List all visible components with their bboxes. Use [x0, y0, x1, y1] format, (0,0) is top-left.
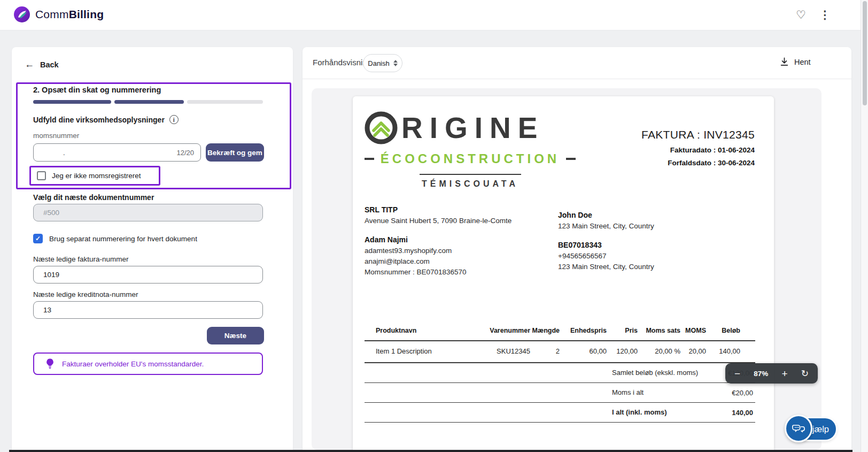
logo-dash — [566, 158, 576, 160]
cell-vat: 20,00 — [680, 341, 714, 363]
zoom-level: 87% — [754, 370, 768, 378]
page-scrollbar[interactable] — [861, 0, 868, 452]
not-vat-registered-checkbox[interactable] — [37, 171, 46, 180]
sender-vat: Momsnummer : BE0701836570 — [365, 268, 467, 276]
language-value: Danish — [368, 59, 389, 67]
due-date: Forfaldsdato : 30-06-2024 — [641, 159, 755, 167]
col-enhedspris: Enhedspris — [560, 324, 607, 341]
download-label: Hent — [794, 58, 811, 66]
invoice-header: FAKTURA : INV12345 Fakturadato : 01-06-2… — [641, 128, 755, 167]
origine-o-icon — [365, 111, 398, 144]
settings-panel: ← Back 2. Opsæt din skat og nummerering … — [12, 47, 293, 450]
company-block: SRL TITP Avenue Saint Hubert 5, 7090 Bra… — [365, 205, 511, 225]
confirm-save-button[interactable]: Bekræft og gem — [206, 143, 264, 162]
vat-number-label: momsnummer — [33, 132, 79, 140]
company-address: Avenue Saint Hubert 5, 7090 Braine-le-Co… — [365, 217, 511, 225]
subtotal-label: Samlet beløb (ekskl. moms) — [607, 363, 714, 383]
vat-number-input[interactable]: . 12/20 — [33, 143, 201, 162]
language-select[interactable]: Danish — [363, 54, 402, 72]
app-logo[interactable]: CommBilling — [14, 6, 104, 22]
favorite-heart-icon[interactable]: ♡ — [796, 9, 806, 21]
separate-numbering-label: Brug separat nummerering for hvert dokum… — [49, 235, 197, 243]
cell-price: 120,00 — [607, 341, 638, 363]
total-row-vat: Moms i alt €20,00 — [365, 383, 755, 403]
zoom-out-button[interactable]: − — [734, 369, 740, 379]
cell-qty: 2 — [530, 341, 560, 363]
char-counter: 12/20 — [176, 149, 194, 157]
select-arrows-icon — [393, 60, 398, 66]
col-moms: MOMS — [680, 324, 714, 341]
pdf-viewer-area: RIGINE ÉCOCONSTRUCTION TÉMISCOUATA FAKTU… — [312, 88, 821, 450]
help-chat-icon[interactable] — [785, 415, 812, 442]
next-button[interactable]: Næste — [207, 327, 264, 344]
credit-note-number-input[interactable]: 13 — [33, 301, 263, 319]
col-maengde: Mængde — [530, 324, 560, 341]
vat-contact-id: BE07018343 — [558, 241, 654, 249]
zoom-control: − 87% + ↻ — [725, 363, 818, 384]
logo-region: TÉMISCOUATA — [422, 179, 518, 189]
total-row-grand: I alt (inkl. moms) 140,00 — [365, 403, 755, 423]
compliance-note-text: Fakturaer overholder EU's momsstandarder… — [62, 360, 204, 368]
sender-block: Adam Najmi adamtest93.myshopify.com anaj… — [365, 235, 467, 276]
zoom-in-button[interactable]: + — [781, 369, 787, 379]
col-pris: Pris — [607, 324, 638, 341]
invoice-number-input[interactable]: 1019 — [33, 266, 263, 284]
scrollbar-thumb[interactable] — [863, 1, 867, 105]
grand-total-label: I alt (inkl. moms) — [607, 403, 714, 423]
progress-segment-todo — [187, 100, 263, 104]
separate-numbering-checkbox[interactable]: ✓ — [33, 234, 43, 243]
compliance-note-box: Fakturaer overholder EU's momsstandarder… — [33, 353, 263, 375]
back-label: Back — [40, 60, 59, 69]
vat-contact-block: BE07018343 +94565656567 123 Main Street,… — [558, 241, 654, 271]
col-beloeb: Beløb — [714, 324, 755, 341]
sender-email: anajmi@itplace.com — [365, 257, 467, 265]
table-row: Item 1 Description SKU12345 2 60,00 120,… — [365, 341, 755, 363]
step-title: 2. Opsæt din skat og nummerering — [33, 86, 161, 94]
vat-total-label: Moms i alt — [607, 383, 714, 403]
logo-word: RIGINE — [401, 111, 544, 144]
back-button[interactable]: ← Back — [25, 59, 59, 70]
sender-name: Adam Najmi — [365, 235, 467, 244]
invoice-title: FAKTURA : INV12345 — [641, 128, 755, 141]
invoice-table: Produktnavn Varenummer Mængde Enhedspris… — [365, 324, 755, 423]
not-vat-registered-label: Jeg er ikke momsregistreret — [52, 172, 141, 180]
brand-name: CommBilling — [35, 8, 104, 21]
window-bottom-edge — [9, 450, 852, 452]
credit-note-number-value: 13 — [43, 306, 51, 314]
document-number-label: Vælg dit næste dokumentnummer — [33, 193, 154, 202]
progress-bar — [33, 100, 263, 104]
logo-subtitle: ÉCOCONSTRUCTION — [381, 151, 560, 166]
progress-segment-done — [114, 100, 184, 104]
vat-contact-phone: +94565656567 — [558, 252, 654, 260]
cell-product: Item 1 Description — [365, 341, 479, 363]
vat-contact-address: 123 Main Street, City, Country — [558, 263, 654, 271]
section-title: Udfyld dine virksomhedsoplysninger — [33, 116, 165, 124]
zoom-reset-icon[interactable]: ↻ — [801, 368, 809, 379]
cell-sku: SKU12345 — [479, 341, 530, 363]
col-produktnavn: Produktnavn — [365, 324, 479, 341]
customer-address: 123 Main Street, City, Country — [558, 222, 654, 230]
more-options-icon[interactable]: ⋮ — [819, 9, 831, 21]
vat-total-value: €20,00 — [714, 383, 755, 403]
invoice-number-value: 1019 — [43, 271, 59, 279]
lightbulb-icon — [45, 358, 55, 370]
invoice-date: Fakturadato : 01-06-2024 — [641, 146, 755, 154]
download-icon — [779, 57, 789, 67]
customer-name: John Doe — [558, 211, 654, 219]
preview-panel: Forhåndsvisning i Danish Hent RIGINE — [303, 47, 851, 450]
document-number-input-disabled: #500 — [33, 204, 263, 221]
logo-icon — [14, 6, 30, 22]
invoice-sheet: RIGINE ÉCOCONSTRUCTION TÉMISCOUATA FAKTU… — [353, 96, 774, 450]
download-button[interactable]: Hent — [779, 57, 811, 67]
col-varenummer: Varenummer — [479, 324, 530, 341]
info-icon[interactable]: i — [169, 115, 179, 124]
customer-block: John Doe 123 Main Street, City, Country — [558, 211, 654, 230]
table-header-row: Produktnavn Varenummer Mængde Enhedspris… — [365, 324, 755, 341]
credit-note-number-label: Næste ledige kreditnota-nummer — [33, 290, 138, 298]
grand-total-value: 140,00 — [714, 403, 755, 423]
invoice-logo: RIGINE ÉCOCONSTRUCTION TÉMISCOUATA — [365, 111, 576, 189]
total-row-subtotal: Samlet beløb (ekskl. moms) €120,00 — [365, 363, 755, 383]
cell-amount: 140,00 — [714, 341, 755, 363]
logo-dash — [365, 158, 374, 160]
progress-segment-done — [33, 100, 111, 104]
